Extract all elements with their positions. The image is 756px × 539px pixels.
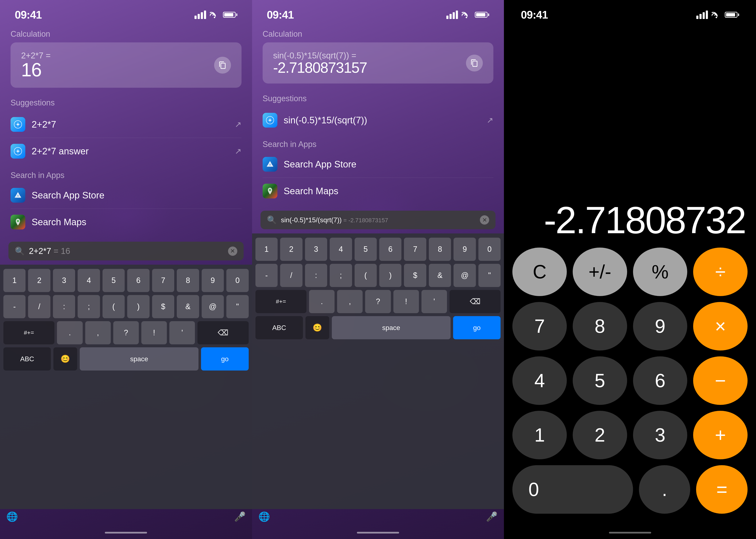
- key-abc[interactable]: ABC: [3, 347, 51, 370]
- calc-btn-4[interactable]: 4: [512, 356, 567, 405]
- search-appstore-1[interactable]: Search App Store: [11, 182, 241, 209]
- calc-btn-multiply[interactable]: ×: [693, 302, 748, 350]
- status-icons-3: [696, 11, 739, 19]
- key-minus-p2[interactable]: -: [255, 264, 278, 287]
- key-amp-p2[interactable]: &: [429, 264, 451, 287]
- search-bar-1[interactable]: 🔍 2+2*7 = 16 ✕: [8, 242, 244, 261]
- key-7-p2[interactable]: 7: [404, 238, 426, 261]
- key-exclaim-p2[interactable]: !: [393, 290, 419, 313]
- suggestion-item-2[interactable]: 2+2*7 answer ↗: [11, 138, 241, 165]
- calc-btn-c[interactable]: C: [512, 248, 567, 296]
- key-hashtag[interactable]: #+=: [3, 321, 54, 345]
- key-0[interactable]: 0: [226, 269, 248, 292]
- key-colon-p2[interactable]: :: [305, 264, 327, 287]
- key-1-p2[interactable]: 1: [255, 238, 278, 261]
- key-amp[interactable]: &: [177, 295, 199, 318]
- key-6[interactable]: 6: [127, 269, 149, 292]
- key-5[interactable]: 5: [103, 269, 125, 292]
- mic-icon-2[interactable]: 🎤: [486, 511, 498, 522]
- key-comma-p2[interactable]: ,: [337, 290, 363, 313]
- suggestion-item-1[interactable]: 2+2*7 ↗: [11, 111, 241, 138]
- calc-btn-plusminus[interactable]: +/-: [573, 248, 627, 296]
- calc-btn-add[interactable]: +: [693, 411, 748, 459]
- key-6-p2[interactable]: 6: [379, 238, 401, 261]
- key-space[interactable]: space: [80, 347, 199, 370]
- key-comma[interactable]: ,: [85, 321, 111, 345]
- key-apostrophe[interactable]: ': [169, 321, 195, 345]
- calc-btn-5[interactable]: 5: [573, 356, 627, 405]
- key-exclaim[interactable]: !: [141, 321, 167, 345]
- calc-btn-equals[interactable]: =: [696, 465, 748, 514]
- calc-btn-9[interactable]: 9: [633, 302, 688, 350]
- calc-btn-1[interactable]: 1: [512, 411, 567, 459]
- key-5-p2[interactable]: 5: [355, 238, 377, 261]
- key-at-p2[interactable]: @: [454, 264, 476, 287]
- key-delete[interactable]: ⌫: [198, 321, 248, 345]
- key-apostrophe-p2[interactable]: ': [421, 290, 447, 313]
- key-space-p2[interactable]: space: [332, 316, 451, 339]
- calc-btn-3[interactable]: 3: [633, 411, 688, 459]
- key-quote-p2[interactable]: ": [478, 264, 501, 287]
- search-maps-2[interactable]: Search Maps: [263, 178, 494, 204]
- mic-icon-1[interactable]: 🎤: [234, 511, 246, 522]
- key-semicolon[interactable]: ;: [78, 295, 100, 318]
- globe-icon-1[interactable]: 🌐: [6, 511, 18, 522]
- key-lparen-p2[interactable]: (: [355, 264, 377, 287]
- calc-btn-divide[interactable]: ÷: [693, 248, 748, 296]
- globe-icon-2[interactable]: 🌐: [258, 511, 270, 522]
- key-question-p2[interactable]: ?: [365, 290, 391, 313]
- search-appstore-2[interactable]: Search App Store: [263, 151, 494, 178]
- calc-btn-0[interactable]: 0: [512, 465, 633, 514]
- copy-button-2[interactable]: [466, 55, 483, 71]
- key-2-p2[interactable]: 2: [280, 238, 302, 261]
- search-maps-1[interactable]: Search Maps: [11, 209, 241, 235]
- key-at[interactable]: @: [202, 295, 224, 318]
- key-0-p2[interactable]: 0: [478, 238, 501, 261]
- key-8[interactable]: 8: [177, 269, 199, 292]
- search-bar-2[interactable]: 🔍 sin(-0.5)*15/(sqrt(7)) = -2.7180873157…: [261, 211, 496, 229]
- key-4[interactable]: 4: [78, 269, 100, 292]
- key-rparen[interactable]: ): [127, 295, 149, 318]
- key-lparen[interactable]: (: [103, 295, 125, 318]
- calc-btn-2[interactable]: 2: [573, 411, 627, 459]
- key-quote[interactable]: ": [226, 295, 248, 318]
- copy-button-1[interactable]: [214, 57, 231, 74]
- calc-btn-8[interactable]: 8: [573, 302, 627, 350]
- calc-btn-7[interactable]: 7: [512, 302, 567, 350]
- key-abc-p2[interactable]: ABC: [255, 316, 303, 339]
- suggestion-item-3[interactable]: sin(-0.5)*15/(sqrt(7)) ↗: [263, 107, 494, 133]
- key-rparen-p2[interactable]: ): [379, 264, 401, 287]
- calc-btn-percent[interactable]: %: [633, 248, 688, 296]
- key-period-p2[interactable]: .: [309, 290, 335, 313]
- key-3[interactable]: 3: [53, 269, 75, 292]
- key-question[interactable]: ?: [113, 321, 139, 345]
- key-4-p2[interactable]: 4: [330, 238, 352, 261]
- key-delete-p2[interactable]: ⌫: [450, 290, 501, 313]
- key-dollar-p2[interactable]: $: [404, 264, 426, 287]
- key-slash-p2[interactable]: /: [280, 264, 302, 287]
- key-1[interactable]: 1: [3, 269, 26, 292]
- key-hashtag-p2[interactable]: #+=: [255, 290, 306, 313]
- search-clear-2[interactable]: ✕: [480, 215, 489, 225]
- key-go-p2[interactable]: go: [453, 316, 501, 339]
- key-minus[interactable]: -: [3, 295, 26, 318]
- key-period[interactable]: .: [57, 321, 82, 345]
- key-colon[interactable]: :: [53, 295, 75, 318]
- calc-btn-subtract[interactable]: −: [693, 356, 748, 405]
- calc-btn-6[interactable]: 6: [633, 356, 688, 405]
- key-slash[interactable]: /: [28, 295, 50, 318]
- key-emoji-p2[interactable]: 😊: [305, 316, 329, 339]
- suggestion-text-2: 2+2*7 answer: [32, 146, 228, 156]
- key-semicolon-p2[interactable]: ;: [330, 264, 352, 287]
- key-emoji[interactable]: 😊: [53, 347, 77, 370]
- key-8-p2[interactable]: 8: [429, 238, 451, 261]
- key-7[interactable]: 7: [152, 269, 174, 292]
- key-9-p2[interactable]: 9: [454, 238, 476, 261]
- key-dollar[interactable]: $: [152, 295, 174, 318]
- search-clear-1[interactable]: ✕: [228, 247, 237, 256]
- key-9[interactable]: 9: [202, 269, 224, 292]
- calc-btn-dot[interactable]: .: [639, 465, 690, 514]
- key-3-p2[interactable]: 3: [305, 238, 327, 261]
- key-2[interactable]: 2: [28, 269, 50, 292]
- key-go[interactable]: go: [201, 347, 248, 370]
